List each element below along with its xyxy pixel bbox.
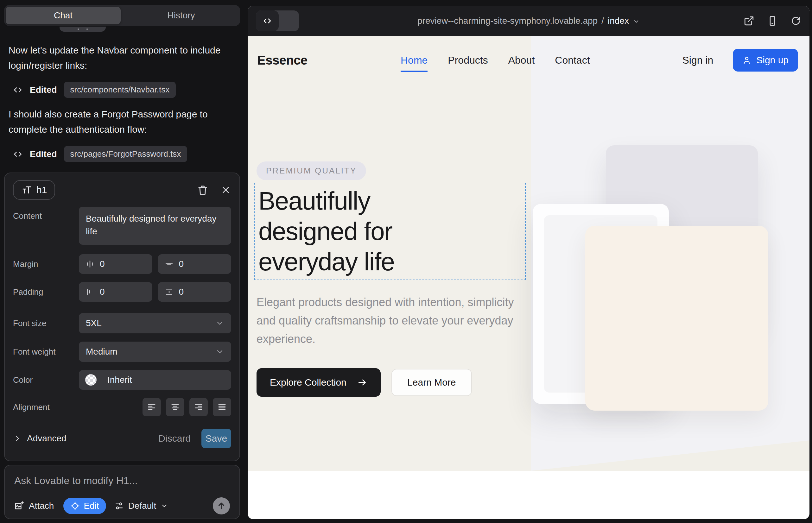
padding-x-input[interactable]: 0	[79, 282, 152, 302]
edited-file-row: Edited src/pages/ForgotPassword.tsx	[13, 146, 187, 162]
open-external-button[interactable]	[744, 16, 754, 26]
font-weight-select[interactable]: Medium	[79, 342, 231, 362]
code-icon[interactable]	[256, 11, 279, 31]
padding-label: Padding	[13, 287, 79, 297]
align-center-button[interactable]	[166, 398, 184, 416]
chat-history-tabs: Chat History	[4, 5, 240, 26]
margin-vertical-icon	[164, 259, 174, 269]
align-justify-button[interactable]	[213, 398, 231, 416]
attach-button[interactable]: Attach	[14, 501, 54, 511]
code-preview-toggle[interactable]	[256, 11, 299, 31]
nav-link-home[interactable]: Home	[401, 54, 427, 72]
save-button[interactable]: Save	[201, 429, 231, 448]
margin-y-input[interactable]: 0	[158, 254, 231, 274]
sliders-icon	[114, 501, 124, 511]
learn-more-button[interactable]: Learn More	[391, 369, 472, 396]
selected-element-tag[interactable]: h1	[13, 180, 55, 200]
chevron-down-icon	[215, 319, 224, 328]
font-size-select[interactable]: 5XL	[79, 313, 231, 333]
assistant-message: Now let's update the Navbar component to…	[8, 43, 233, 73]
mode-select[interactable]: Default	[114, 501, 169, 511]
nav-link-products[interactable]: Products	[448, 54, 488, 66]
crosshair-icon	[70, 501, 80, 511]
margin-x-input[interactable]: 0	[79, 254, 152, 274]
premium-quality-badge: PREMIUM QUALITY	[257, 161, 366, 180]
code-icon	[13, 85, 23, 95]
close-panel-button[interactable]	[220, 184, 231, 195]
element-editor-panel: h1 Content Beautifully designed for ever…	[4, 173, 240, 461]
user-icon	[742, 56, 751, 65]
assistant-message: I should also create a Forgot Password p…	[8, 107, 233, 137]
site-navbar: Essence Home Products About Contact Sign…	[248, 36, 810, 84]
padding-y-input[interactable]: 0	[158, 282, 231, 302]
preview-browser-frame: preview--charming-site-symphony.lovable.…	[248, 6, 810, 519]
h1-selection-outline[interactable]: Beautifully designed for everyday life	[254, 183, 526, 280]
align-right-button[interactable]	[189, 398, 208, 416]
chevron-right-icon	[13, 434, 21, 443]
color-swatch-transparent	[85, 374, 96, 385]
scrolled-chip-partial	[59, 26, 106, 32]
nav-link-contact[interactable]: Contact	[555, 54, 590, 66]
advanced-toggle[interactable]: Advanced	[13, 433, 67, 444]
browser-toolbar: preview--charming-site-symphony.lovable.…	[248, 6, 810, 36]
nav-link-about[interactable]: About	[508, 54, 535, 66]
padding-vertical-icon	[164, 287, 174, 296]
refresh-button[interactable]	[791, 16, 801, 26]
explore-collection-button[interactable]: Explore Collection	[257, 368, 381, 397]
edit-mode-button[interactable]: Edit	[63, 498, 106, 514]
typography-icon	[21, 184, 32, 195]
arrow-right-icon	[357, 377, 367, 387]
sign-in-link[interactable]: Sign in	[682, 54, 713, 66]
margin-label: Margin	[13, 259, 79, 269]
discard-button[interactable]: Discard	[158, 433, 191, 444]
alignment-label: Alignment	[13, 402, 79, 412]
color-input[interactable]: Inherit	[79, 370, 231, 390]
chat-input-card: Ask Lovable to modify H1... Attach Edit	[4, 465, 240, 519]
tab-history[interactable]: History	[122, 5, 240, 26]
preview-route: index	[608, 16, 629, 26]
chevron-down-icon	[215, 347, 224, 356]
chat-input[interactable]: Ask Lovable to modify H1...	[14, 475, 230, 487]
preview-url: preview--charming-site-symphony.lovable.…	[418, 16, 598, 26]
align-left-button[interactable]	[142, 398, 161, 416]
edited-label: Edited	[30, 149, 57, 159]
margin-horizontal-icon	[85, 259, 95, 269]
chat-sidebar: Chat History Now let's update the Navbar…	[0, 0, 247, 523]
chevron-down-icon	[633, 18, 640, 25]
sign-up-button[interactable]: Sign up	[733, 49, 798, 72]
edited-label: Edited	[30, 85, 57, 95]
hero-heading[interactable]: Beautifully designed for everyday life	[254, 183, 467, 277]
code-icon	[13, 149, 23, 159]
site-logo[interactable]: Essence	[257, 53, 307, 68]
lovable-editor-window: Chat History Now let's update the Navbar…	[0, 0, 812, 523]
delete-element-button[interactable]	[197, 184, 208, 196]
edited-file-row: Edited src/components/Navbar.tsx	[13, 82, 176, 98]
content-input[interactable]: Beautifully designed for everyday life	[79, 207, 231, 245]
edited-file-chip[interactable]: src/components/Navbar.tsx	[64, 82, 176, 98]
send-button[interactable]	[213, 497, 230, 515]
url-bar[interactable]: preview--charming-site-symphony.lovable.…	[248, 6, 810, 36]
font-size-label: Font size	[13, 319, 79, 328]
font-weight-label: Font weight	[13, 347, 79, 357]
image-plus-icon	[14, 501, 24, 511]
color-label: Color	[13, 375, 79, 385]
padding-horizontal-icon	[85, 287, 95, 296]
tab-chat[interactable]: Chat	[6, 7, 121, 24]
edited-file-chip[interactable]: src/pages/ForgotPassword.tsx	[64, 146, 188, 162]
content-label: Content	[13, 207, 79, 221]
hero-paragraph: Elegant products designed with intention…	[257, 293, 523, 348]
mobile-view-button[interactable]	[767, 16, 778, 26]
chevron-down-icon	[161, 502, 168, 510]
decor-card-peach	[585, 226, 768, 411]
site-hero-section: Essence Home Products About Contact Sign…	[248, 36, 810, 471]
